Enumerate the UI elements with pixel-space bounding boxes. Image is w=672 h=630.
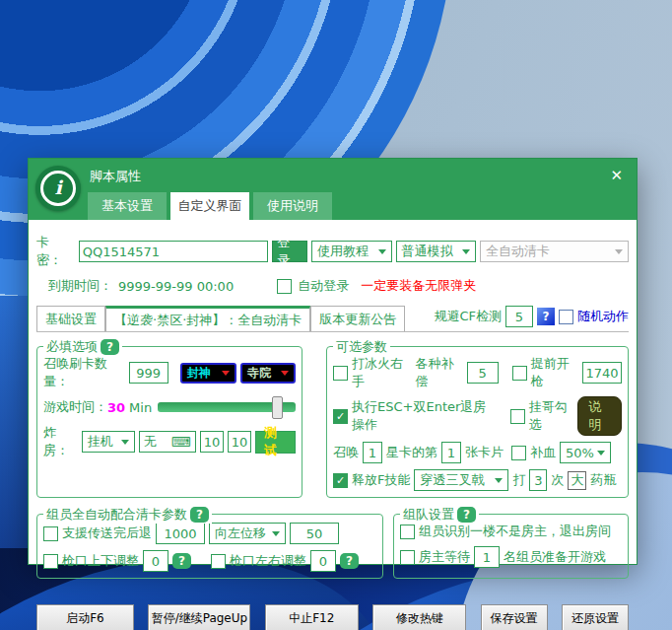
heal-percent-select[interactable]: 50% (560, 442, 611, 463)
compensation-input[interactable] (467, 362, 499, 384)
team-settings-title: 组队设置 (403, 506, 454, 524)
start-button[interactable]: 启动F6 (36, 604, 134, 630)
script-properties-dialog: i 脚本属性 ✕ 基本设置 自定义界面 使用说明 卡密： 登录 使用教程 普通模… (28, 158, 638, 565)
shift-direction-select[interactable]: 向左位移 (209, 523, 286, 544)
heal-checkbox[interactable]: ✓ (511, 446, 526, 460)
bomb-mode-value: 挂机 (88, 433, 113, 451)
support-teleport-label: 支援传送完后退 (62, 525, 152, 542)
chevron-down-icon (121, 440, 129, 445)
chevron-down-icon (597, 451, 605, 455)
tab-custom-interface[interactable]: 自定义界面 (170, 192, 249, 220)
star-input[interactable] (363, 442, 382, 463)
game-time-unit: Min (129, 400, 152, 415)
pre-fire-checkbox[interactable]: ✓ (512, 366, 527, 381)
mode-select[interactable]: 普通模拟 (396, 241, 476, 262)
restore-settings-button[interactable]: 还原设置 (562, 604, 629, 630)
required-options-group: 必填选项 ? 召唤刷卡数量： 封神 寺院 游戏时间： (36, 346, 302, 498)
chevron-down-icon (462, 249, 470, 254)
heal-label: 补血 (530, 444, 556, 461)
bomb-num2-input[interactable] (228, 431, 251, 453)
random-action-checkbox[interactable]: ✓ (559, 310, 573, 324)
support-teleport-checkbox[interactable]: ✓ (43, 526, 58, 541)
required-options-legend: 必填选项 ? (43, 338, 122, 356)
muzzle-horizontal-label: 枪口左右调整 (230, 552, 306, 570)
subtab-auto-clear[interactable]: 【逆袭·禁区·封神】：全自动清卡 (105, 306, 310, 331)
hang-label: 挂哥勾选 (529, 398, 574, 434)
pause-resume-button[interactable]: 暂停/继续PageUp (148, 604, 250, 630)
bomb-mode-select[interactable]: 挂机 (82, 431, 136, 453)
cf-help-icon[interactable]: ? (537, 308, 555, 325)
hit-label: 打 (512, 471, 525, 489)
bottle-label: 药瓶 (590, 471, 616, 489)
auto-login-label: 自动登录 (298, 277, 349, 295)
skill-select[interactable]: 穿透三叉戟 (414, 469, 508, 491)
card-index-input[interactable] (441, 442, 461, 463)
subtab-changelog[interactable]: 版本更新公告 (310, 306, 405, 331)
member-help-icon[interactable]: ? (190, 507, 209, 523)
required-options-title: 必填选项 (46, 338, 98, 356)
map-select[interactable]: 封神 (180, 363, 237, 384)
muzzle-horizontal-help-icon[interactable]: ? (340, 553, 359, 569)
heal-percent-value: 50% (566, 446, 594, 460)
abort-button[interactable]: 中止F12 (265, 604, 359, 630)
map-select-value: 封神 (187, 365, 211, 382)
muzzle-horizontal-input[interactable] (310, 550, 336, 572)
card-key-input[interactable] (79, 241, 269, 262)
wallpaper-left (0, 296, 30, 572)
game-time-value: 30 (107, 400, 125, 415)
tab-basic-settings[interactable]: 基本设置 (88, 192, 167, 220)
chevron-down-icon (222, 371, 230, 376)
edit-hotkey-button[interactable]: 修改热键 (372, 604, 466, 630)
clear-card-select: 全自动清卡 (480, 241, 629, 262)
expire-label: 到期时间： (48, 277, 112, 295)
cf-detect-input[interactable] (505, 306, 533, 327)
member-params-group: 组员全自动配合清卡参数 ? ✓ 支援传送完后退 向左位移 ✓ 枪口上下调整 (36, 514, 383, 579)
muzzle-horizontal-checkbox[interactable]: ✓ (211, 554, 226, 569)
member-params-title: 组员全自动配合清卡参数 (46, 506, 187, 524)
tab-usage-help[interactable]: 使用说明 (253, 192, 332, 220)
bomb-num1-input[interactable] (200, 431, 224, 453)
summon-count-input[interactable] (129, 362, 168, 384)
esc-enter-checkbox[interactable]: ✓ (333, 409, 348, 424)
slider-handle[interactable] (272, 396, 283, 419)
save-settings-button[interactable]: 保存设置 (481, 604, 548, 630)
temple-select[interactable]: 寺院 (240, 363, 296, 384)
pre-fire-input[interactable] (582, 362, 622, 384)
shift-direction-value: 向左位移 (215, 525, 266, 542)
expire-row: 到期时间： 9999-99-99 00:00 ✓ 自动登录 一定要装备无限弹夹 (36, 277, 629, 295)
note-button[interactable]: 说明 (577, 396, 622, 436)
team-help-icon[interactable]: ? (457, 507, 476, 523)
hit-count-input[interactable] (529, 469, 547, 491)
muzzle-vertical-input[interactable] (143, 550, 168, 572)
required-help-icon[interactable]: ? (101, 339, 119, 355)
tutorial-select[interactable]: 使用教程 (311, 241, 391, 262)
f-skill-checkbox[interactable]: ✓ (333, 473, 348, 488)
hang-checkbox[interactable]: ✓ (510, 409, 525, 424)
summon-row: 召唤刷卡数量： 封神 寺院 (43, 355, 296, 390)
game-time-slider[interactable] (158, 402, 296, 412)
leave-room-checkbox[interactable]: ✓ (400, 525, 415, 539)
summon-star-suf: 张卡片 (465, 444, 504, 461)
muzzle-vertical-help-icon[interactable]: ? (172, 553, 191, 569)
bomb-row: 炸房： 挂机 无 ⌨ 测试 (43, 424, 296, 459)
summon-star-mid: 星卡的第 (386, 444, 437, 461)
size-button[interactable]: 大 (568, 471, 586, 490)
host-wait-input[interactable] (474, 546, 500, 568)
shift-amount-input[interactable] (290, 523, 339, 544)
tutorial-select-value: 使用教程 (317, 243, 369, 260)
login-button[interactable]: 登录 (272, 241, 307, 262)
summon-count-label: 召唤刷卡数量： (43, 355, 125, 390)
ice-fire-checkbox[interactable]: ✓ (333, 366, 348, 381)
retreat-input[interactable] (156, 523, 205, 544)
test-button[interactable]: 测试 (255, 431, 296, 454)
auto-login-checkbox[interactable]: ✓ (277, 279, 292, 294)
optional-row-1: ✓ 打冰火右手 各种补偿 ✓ 提前开枪 (333, 355, 622, 390)
close-icon[interactable]: ✕ (610, 167, 623, 184)
subtab-basic[interactable]: 基础设置 (36, 306, 105, 331)
footer-buttons: 启动F6 暂停/继续PageUp 中止F12 修改热键 保存设置 还原设置 (36, 604, 629, 630)
member-row-2: ✓ 枪口上下调整 ? ✓ 枪口左右调整 ? (43, 550, 376, 572)
hotkey-box[interactable]: 无 ⌨ (139, 431, 196, 453)
muzzle-vertical-checkbox[interactable]: ✓ (43, 554, 58, 569)
sub-tabs: 基础设置 【逆袭·禁区·封神】：全自动清卡 版本更新公告 规避CF检测 ? ✓ … (36, 305, 629, 332)
host-wait-checkbox[interactable]: ✓ (400, 550, 415, 565)
